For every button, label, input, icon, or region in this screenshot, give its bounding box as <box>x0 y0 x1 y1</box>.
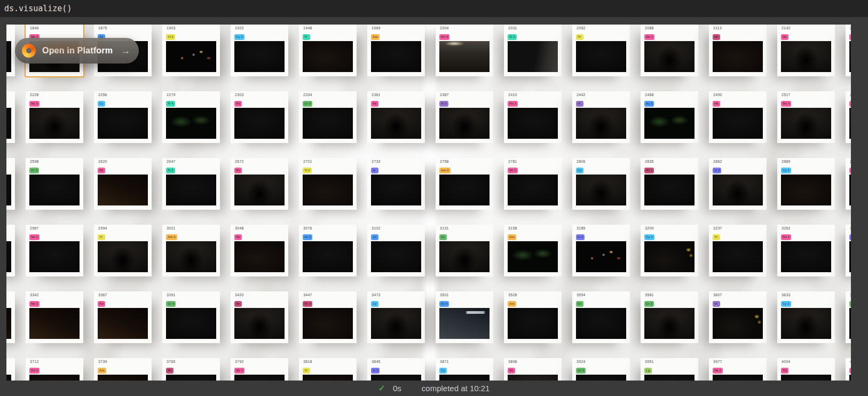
open-in-platform-button[interactable]: Open in Platform → <box>15 38 139 64</box>
thumbnail-cell[interactable]: 2620 Nk <box>94 158 152 217</box>
thumbnail-image[interactable] <box>849 308 851 339</box>
thumbnail-cell[interactable]: 3528 Am <box>504 291 562 350</box>
thumbnail-cell[interactable]: 2256 Cy <box>94 91 152 150</box>
thumbnail-card[interactable]: 2915 Nk <box>846 158 851 210</box>
thumbnail-card[interactable]: 2256 Cy <box>94 91 152 143</box>
thumbnail-image[interactable] <box>371 241 421 272</box>
thumbnail-image[interactable] <box>29 241 80 272</box>
thumbnail-cell[interactable]: 3262 Rd 2 <box>777 225 835 283</box>
thumbnail-cell[interactable]: 1922 Cy 2 <box>231 25 288 83</box>
thumbnail-card[interactable]: 2758 Am 2 <box>436 158 493 210</box>
thumbnail-card[interactable]: 3818 Yl <box>299 358 357 381</box>
tag-badge[interactable]: Nk <box>781 34 788 40</box>
tag-badge[interactable]: Nk 3 <box>29 301 40 307</box>
thumbnail-cell[interactable]: 2543 Nk <box>846 91 851 150</box>
thumbnail-image[interactable] <box>29 375 80 381</box>
thumbnail-card[interactable]: 3314 Cy <box>6 291 15 343</box>
thumbnail-cell[interactable]: 3951 Lg <box>641 358 698 381</box>
tag-badge[interactable]: Av 4 <box>439 301 449 307</box>
thumbnail-image[interactable] <box>576 175 626 205</box>
tag-badge[interactable]: Rd <box>234 101 242 107</box>
thumbnail-image[interactable] <box>6 241 11 272</box>
thumbnail-image[interactable] <box>98 241 148 272</box>
thumbnail-card[interactable]: 2410 Rd 2 <box>504 91 562 143</box>
thumbnail-card[interactable]: 2334 Gr 2 <box>299 91 357 143</box>
thumbnail-card[interactable]: 1903 Yl 3 <box>162 25 220 76</box>
tag-badge[interactable]: Yl <box>98 234 105 240</box>
thumbnail-cell[interactable]: 3845 In 2 <box>367 358 425 381</box>
thumbnail-cell[interactable]: 3391 Gr 4 <box>162 291 220 350</box>
thumbnail-image[interactable] <box>644 375 695 381</box>
thumbnail-image[interactable] <box>166 175 216 205</box>
thumbnail-image[interactable] <box>849 375 851 381</box>
thumbnail-image[interactable] <box>371 175 421 205</box>
thumbnail-cell[interactable]: 3102 Av <box>367 225 425 283</box>
tag-badge[interactable]: Tr 2 <box>508 34 517 40</box>
thumbnail-card[interactable]: 2113 Mr <box>709 25 767 76</box>
thumbnail-image[interactable] <box>781 241 831 272</box>
thumbnail-image[interactable] <box>576 241 626 272</box>
thumbnail-image[interactable] <box>576 375 626 381</box>
tag-badge[interactable]: Nk 2 <box>713 368 723 374</box>
thumbnail-cell[interactable]: 3342 Nk 3 <box>26 291 83 350</box>
thumbnail-cell[interactable]: 2361 Nk <box>367 91 425 150</box>
thumbnail-card[interactable]: 2835 Mr 2 <box>641 158 698 210</box>
thumbnail-image[interactable] <box>166 375 216 381</box>
tag-badge[interactable]: Gr 2 <box>644 301 654 307</box>
thumbnail-image[interactable] <box>234 308 285 339</box>
tag-badge[interactable]: Gr 3 <box>29 168 39 173</box>
thumbnail-image[interactable] <box>166 41 216 72</box>
thumbnail-card[interactable]: 3951 Lg <box>641 358 698 381</box>
tag-badge[interactable]: Nk 2 <box>29 101 40 107</box>
thumbnail-cell[interactable]: 1969 Am <box>367 25 425 83</box>
thumbnail-image[interactable] <box>234 175 285 205</box>
thumbnail-image[interactable] <box>439 308 490 339</box>
thumbnail-image[interactable] <box>371 108 421 139</box>
thumbnail-cell[interactable]: 2967 Nk 2 <box>26 225 83 283</box>
thumbnail-cell[interactable]: 2387 Vi 2 <box>436 91 493 150</box>
tag-badge[interactable]: Cy 3 <box>644 234 654 240</box>
thumbnail-card[interactable]: 2862 In 3 <box>709 158 767 210</box>
thumbnail-cell[interactable]: 2672 Rd <box>231 158 288 217</box>
thumbnail-image[interactable] <box>6 308 11 339</box>
tag-badge[interactable]: Am 2 <box>439 168 451 173</box>
thumbnail-image[interactable] <box>29 308 80 339</box>
thumbnail-image[interactable] <box>781 375 831 381</box>
thumbnail-card[interactable]: 2543 Nk <box>846 91 851 143</box>
thumbnail-image[interactable] <box>303 241 353 272</box>
thumbnail-card[interactable]: 1969 Am <box>367 25 425 76</box>
tag-badge[interactable]: Gr 3 <box>576 368 586 374</box>
thumbnail-image[interactable] <box>713 41 763 72</box>
tag-badge[interactable]: Rd <box>781 368 788 374</box>
thumbnail-cell[interactable]: 3447 Mr 3 <box>299 291 357 350</box>
tag-badge[interactable]: Cy 4 <box>781 168 791 173</box>
thumbnail-image[interactable] <box>439 241 490 272</box>
tag-badge[interactable]: Tr 2 <box>166 168 175 173</box>
tag-badge[interactable]: Nk <box>98 168 105 173</box>
thumbnail-card[interactable]: 3739 Am <box>94 358 152 381</box>
thumbnail-cell[interactable]: 2201 Av <box>6 91 15 150</box>
thumbnail-image[interactable] <box>303 41 353 72</box>
thumbnail-card[interactable]: 3607 Vi <box>709 291 767 343</box>
thumbnail-cell[interactable]: 2517 Rd 4 <box>777 91 835 150</box>
thumbnail-image[interactable] <box>234 375 285 381</box>
thumbnail-image[interactable] <box>849 108 851 139</box>
thumbnail-cell[interactable]: 2598 Gr 3 <box>26 158 83 217</box>
thumbnail-image[interactable] <box>849 41 851 72</box>
tag-badge[interactable]: In 2 <box>371 368 380 374</box>
thumbnail-image[interactable] <box>644 108 695 139</box>
thumbnail-cell[interactable]: 3792 Nk 4 <box>231 358 288 381</box>
tag-badge[interactable]: Yl <box>576 34 583 40</box>
thumbnail-card[interactable]: 2620 Nk <box>94 158 152 210</box>
thumbnail-cell[interactable]: 3765 Mr <box>162 358 220 381</box>
thumbnail-card[interactable]: 3076 Av 2 <box>299 225 357 276</box>
thumbnail-cell[interactable]: 3581 Gr 2 <box>641 291 698 350</box>
tag-badge[interactable]: Nk <box>234 234 242 240</box>
tag-badge[interactable]: Rd <box>234 168 242 173</box>
thumbnail-image[interactable] <box>576 308 626 339</box>
thumbnail-image[interactable] <box>508 241 558 272</box>
thumbnail-card[interactable]: 3712 Rd 2 <box>26 358 83 381</box>
tag-badge[interactable]: Nk 2 <box>644 34 654 40</box>
thumbnail-cell[interactable]: 3288 In <box>846 225 851 283</box>
thumbnail-card[interactable]: 2781 Nk 3 <box>504 158 562 210</box>
